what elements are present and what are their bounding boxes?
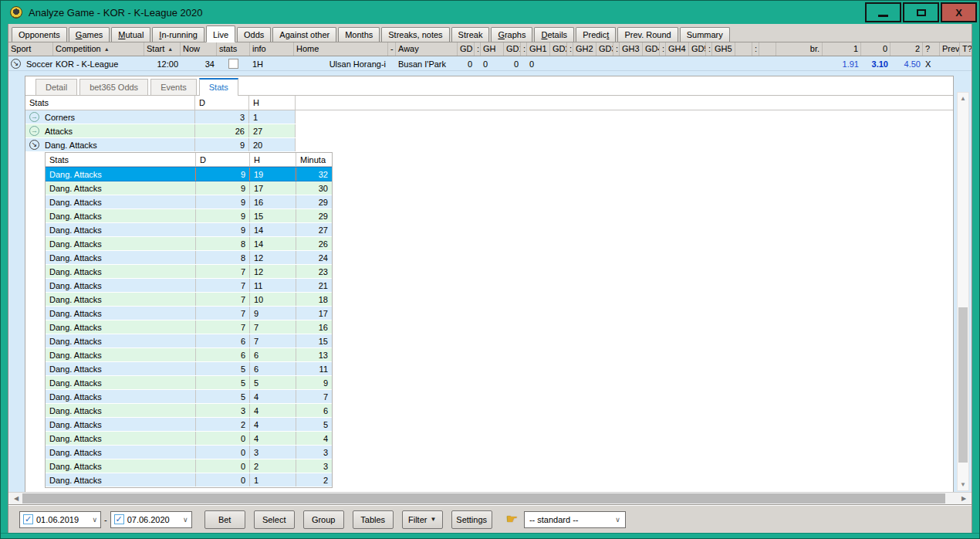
tab-live[interactable]: Live	[206, 25, 235, 42]
tab-streaks-notes[interactable]: Streaks, notes	[381, 27, 449, 42]
minute-row[interactable]: Dang. Attacks023	[46, 459, 332, 473]
minute-row[interactable]: Dang. Attacks044	[46, 432, 332, 446]
vertical-scroll-thumb[interactable]	[958, 307, 968, 463]
column-header-gd2[interactable]: GD2	[550, 42, 567, 56]
tab-graphs[interactable]: Graphs	[491, 27, 532, 42]
column-header--[interactable]: :	[706, 42, 712, 56]
minute-row[interactable]: Dang. Attacks012	[46, 473, 332, 487]
column-header-stats[interactable]: stats	[217, 42, 250, 56]
minute-row[interactable]: Dang. Attacks81426	[46, 237, 332, 251]
minute-row[interactable]: Dang. Attacks5611	[46, 362, 332, 376]
column-header-gd3[interactable]: GD3	[596, 42, 613, 56]
column-header-gh[interactable]: GH	[481, 42, 504, 56]
stats-checkbox[interactable]	[228, 59, 238, 69]
tab-opponents[interactable]: Opponents	[12, 27, 67, 42]
settings-button[interactable]: Settings	[451, 510, 492, 529]
scroll-left-icon[interactable]: ◀	[10, 495, 22, 502]
minute-row[interactable]: Dang. Attacks6613	[46, 348, 332, 362]
tab-prev-round[interactable]: Prev. Round	[617, 27, 678, 42]
column-header--[interactable]: :	[660, 42, 666, 56]
column-header-blank-29[interactable]	[759, 42, 776, 56]
row-expanded-icon[interactable]: ↘	[11, 59, 21, 69]
minute-row[interactable]: Dang. Attacks71223	[46, 265, 332, 279]
tab-months[interactable]: Months	[338, 27, 380, 42]
tab-against-other[interactable]: Against other	[272, 27, 336, 42]
minute-row[interactable]: Dang. Attacks346	[46, 404, 332, 418]
subtab-stats[interactable]: Stats	[199, 78, 238, 96]
column-header--[interactable]: :	[613, 42, 620, 56]
scroll-up-icon[interactable]: ▲	[958, 93, 968, 104]
column-header-blank-27[interactable]	[735, 42, 752, 56]
minimize-button[interactable]	[865, 2, 901, 22]
column-header--[interactable]: :	[521, 42, 527, 56]
column-header-info[interactable]: info	[250, 42, 294, 56]
summary-row-corners[interactable]: →Corners31	[25, 110, 296, 124]
horizontal-scrollbar[interactable]: ◀ ▶	[8, 492, 972, 505]
row-expanded-icon[interactable]: ↘	[29, 140, 39, 150]
minute-row[interactable]: Dang. Attacks91629	[46, 195, 332, 209]
tab-details[interactable]: Details	[534, 27, 574, 42]
column-header--[interactable]: :	[567, 42, 573, 56]
preset-select[interactable]: -- standard -- ∨	[524, 511, 626, 528]
date-from-picker[interactable]: ✓ 01.06.2019 ∨	[19, 511, 101, 528]
tab-games[interactable]: Games	[69, 27, 110, 42]
column-header-gh5[interactable]: GH5	[712, 42, 735, 56]
minute-row[interactable]: Dang. Attacks91427	[46, 223, 332, 237]
minute-row[interactable]: Dang. Attacks71121	[46, 279, 332, 293]
vertical-scrollbar[interactable]: ▲ ▼	[957, 92, 969, 491]
column-header-competition[interactable]: Competition▲	[53, 42, 144, 56]
tab-summary[interactable]: Summary	[680, 27, 730, 42]
filter-button[interactable]: Filter▼	[402, 510, 443, 529]
column-header-prev[interactable]: Prev	[940, 42, 960, 56]
minute-row[interactable]: Dang. Attacks559	[46, 376, 332, 390]
column-header--[interactable]: -	[388, 42, 396, 56]
column-header-br-[interactable]: br.	[776, 42, 823, 56]
subtab-detail[interactable]: Detail	[35, 79, 77, 95]
scroll-down-icon[interactable]: ▼	[958, 479, 968, 490]
minute-row[interactable]: Dang. Attacks91932	[46, 167, 332, 181]
chevron-down-icon[interactable]: ∨	[183, 516, 188, 524]
column-header-gh1[interactable]: GH1	[527, 42, 550, 56]
minute-row[interactable]: Dang. Attacks7917	[46, 307, 332, 320]
minute-row[interactable]: Dang. Attacks71018	[46, 293, 332, 307]
scroll-right-icon[interactable]: ▶	[958, 495, 970, 502]
tables-button[interactable]: Tables	[353, 510, 394, 529]
close-button[interactable]: X	[941, 2, 977, 22]
bet-button[interactable]: Bet	[204, 510, 245, 529]
summary-row-dang-attacks[interactable]: ↘Dang. Attacks920	[25, 138, 296, 152]
column-header-gh4[interactable]: GH4	[666, 42, 689, 56]
horizontal-scroll-track[interactable]	[22, 493, 958, 503]
tab-mutual[interactable]: Mutual	[111, 27, 150, 42]
date-to-checkbox[interactable]: ✓	[114, 514, 124, 524]
column-header-gd4[interactable]: GD4	[643, 42, 660, 56]
column-header--[interactable]: :	[475, 42, 481, 56]
column-header-away[interactable]: Away	[396, 42, 458, 56]
game-row[interactable]: ↘SoccerKOR - K-League12:00341HUlsan Hora…	[8, 56, 972, 71]
column-header-gh2[interactable]: GH2	[573, 42, 596, 56]
date-to-picker[interactable]: ✓ 07.06.2020 ∨	[110, 511, 192, 528]
column-header-2[interactable]: 2	[890, 42, 923, 56]
column-header-?[interactable]: ?	[923, 42, 940, 56]
column-header-gd1[interactable]: GD1	[504, 42, 521, 56]
minute-row[interactable]: Dang. Attacks91529	[46, 209, 332, 223]
horizontal-scroll-thumb[interactable]	[22, 493, 945, 503]
select-button[interactable]: Select	[254, 510, 295, 529]
column-header-home[interactable]: Home	[294, 42, 388, 56]
column-header--[interactable]: :	[752, 42, 759, 56]
column-header-gd[interactable]: GD	[458, 42, 475, 56]
minute-row[interactable]: Dang. Attacks91730	[46, 181, 332, 195]
minute-row[interactable]: Dang. Attacks547	[46, 390, 332, 404]
subtab-events[interactable]: Events	[150, 79, 197, 95]
date-from-checkbox[interactable]: ✓	[23, 514, 33, 524]
minute-row[interactable]: Dang. Attacks033	[46, 446, 332, 459]
column-header-gh3[interactable]: GH3	[620, 42, 643, 56]
pointing-hand-icon[interactable]: ☛	[506, 511, 518, 527]
tab-predict[interactable]: Predict	[576, 27, 616, 42]
summary-row-attacks[interactable]: →Attacks2627	[25, 124, 296, 138]
column-header-sport[interactable]: Sport	[8, 42, 53, 56]
column-header-gd5[interactable]: GD5	[689, 42, 706, 56]
group-button[interactable]: Group	[303, 510, 344, 529]
minute-row[interactable]: Dang. Attacks245	[46, 418, 332, 432]
row-collapsed-icon[interactable]: →	[29, 112, 39, 122]
subtab-bet365-odds[interactable]: bet365 Odds	[79, 79, 148, 95]
